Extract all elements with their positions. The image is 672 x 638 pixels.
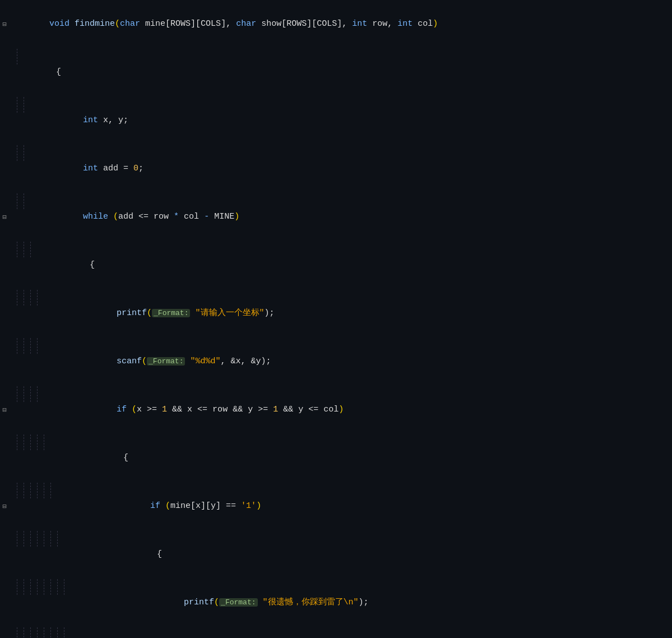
i11f xyxy=(50,483,57,498)
indent-9c xyxy=(30,386,37,402)
indent-9d xyxy=(37,386,44,402)
i14a xyxy=(17,627,24,638)
code-line-11: ⊟ if (mine[x][y] == '1') xyxy=(0,482,672,530)
i13f xyxy=(50,579,57,595)
gutter-5: ⊟ xyxy=(0,212,17,221)
i14c xyxy=(30,627,37,638)
line-text-8: scanf(_Format: "%d%d", &x, &y); xyxy=(44,338,672,385)
indent-9b xyxy=(24,386,30,402)
indent-7c xyxy=(30,290,37,306)
collapse-5[interactable]: ⊟ xyxy=(0,212,9,221)
i11c xyxy=(30,483,37,498)
spacer-3 xyxy=(0,116,9,125)
i14h xyxy=(64,627,71,638)
code-editor: ⊟ void findmine(char mine[ROWS][COLS], c… xyxy=(0,0,672,638)
line-text-2: { xyxy=(24,49,672,96)
line-text-4: int add = 0; xyxy=(30,145,672,192)
spacer-8 xyxy=(0,357,9,366)
line-text-6: { xyxy=(37,242,672,289)
i13e xyxy=(44,579,50,595)
indent-1 xyxy=(17,49,24,64)
i11a xyxy=(17,483,24,498)
line-text-14: displayboard(arr: mine, ROW, COL); xyxy=(71,627,672,638)
indent-3b xyxy=(24,97,30,113)
code-line-7: printf(_Format: "请输入一个坐标"); xyxy=(0,289,672,338)
code-line-5: ⊟ while (add <= row * col - MINE) xyxy=(0,193,672,241)
i12c xyxy=(30,531,37,547)
code-line-14: displayboard(arr: mine, ROW, COL); xyxy=(0,627,672,638)
i11b xyxy=(24,483,30,498)
i12d xyxy=(37,531,44,547)
indent-6b xyxy=(24,242,30,257)
i10c xyxy=(30,434,37,450)
indent-4a xyxy=(17,145,24,161)
indent-9a xyxy=(17,386,24,402)
code-line-2: { xyxy=(0,48,672,96)
gutter-1: ⊟ xyxy=(0,20,17,29)
gutter-12 xyxy=(0,550,17,559)
gutter-10 xyxy=(0,454,17,463)
line-text-5: while (add <= row * col - MINE) xyxy=(30,193,672,241)
i12f xyxy=(50,531,57,547)
line-text-1: void findmine(char mine[ROWS][COLS], cha… xyxy=(17,1,672,48)
i12e xyxy=(44,531,50,547)
i14e xyxy=(44,627,50,638)
spacer-10 xyxy=(0,454,9,463)
gutter-4 xyxy=(0,164,17,173)
collapse-9[interactable]: ⊟ xyxy=(0,405,9,414)
i13g xyxy=(57,579,64,595)
i12a xyxy=(17,531,24,547)
gutter-2 xyxy=(0,68,17,77)
line-text-9: if (x >= 1 && x <= row && y >= 1 && y <=… xyxy=(44,386,672,433)
i10a xyxy=(17,434,24,450)
indent-4b xyxy=(24,145,30,161)
code-line-8: scanf(_Format: "%d%d", &x, &y); xyxy=(0,338,672,386)
i11d xyxy=(37,483,44,498)
indent-7d xyxy=(37,290,44,306)
gutter-13 xyxy=(0,598,17,607)
line-text-12: { xyxy=(64,531,672,578)
line-text-13: printf(_Format: "很遗憾，你踩到雷了\n"); xyxy=(71,579,672,626)
indent-6a xyxy=(17,242,24,257)
line-text-3: int x, y; xyxy=(30,97,672,144)
code-line-6: { xyxy=(0,241,672,289)
indent-5b xyxy=(24,193,30,209)
spacer-13 xyxy=(0,598,9,607)
gutter-3 xyxy=(0,116,17,125)
i14g xyxy=(57,627,64,638)
indent-8d xyxy=(37,338,44,354)
i13d xyxy=(37,579,44,595)
indent-8a xyxy=(17,338,24,354)
code-line-3: int x, y; xyxy=(0,96,672,145)
code-line-10: { xyxy=(0,434,672,482)
line-text-11: if (mine[x][y] == '1') xyxy=(57,483,672,530)
i10b xyxy=(24,434,30,450)
code-line-4: int add = 0; xyxy=(0,145,672,193)
i14d xyxy=(37,627,44,638)
collapse-1[interactable]: ⊟ xyxy=(0,20,9,29)
spacer-6 xyxy=(0,261,9,270)
i14b xyxy=(24,627,30,638)
code-line-1: ⊟ void findmine(char mine[ROWS][COLS], c… xyxy=(0,0,672,48)
i14f xyxy=(50,627,57,638)
code-line-9: ⊟ if (x >= 1 && x <= row && y >= 1 && y … xyxy=(0,386,672,434)
i12g xyxy=(57,531,64,547)
gutter-11: ⊟ xyxy=(0,502,17,511)
gutter-7 xyxy=(0,309,17,318)
collapse-11[interactable]: ⊟ xyxy=(0,502,9,511)
line-text-10: { xyxy=(50,434,672,482)
code-line-13: printf(_Format: "很遗憾，你踩到雷了\n"); xyxy=(0,579,672,627)
i13a xyxy=(17,579,24,595)
indent-5a xyxy=(17,193,24,209)
indent-7a xyxy=(17,290,24,306)
gutter-6 xyxy=(0,261,17,270)
indent-8b xyxy=(24,338,30,354)
indent-7b xyxy=(24,290,30,306)
spacer-2 xyxy=(0,68,9,77)
i11e xyxy=(44,483,50,498)
i13b xyxy=(24,579,30,595)
spacer-4 xyxy=(0,164,9,173)
i13c xyxy=(30,579,37,595)
line-text-7: printf(_Format: "请输入一个坐标"); xyxy=(44,290,672,337)
gutter-8 xyxy=(0,357,17,366)
